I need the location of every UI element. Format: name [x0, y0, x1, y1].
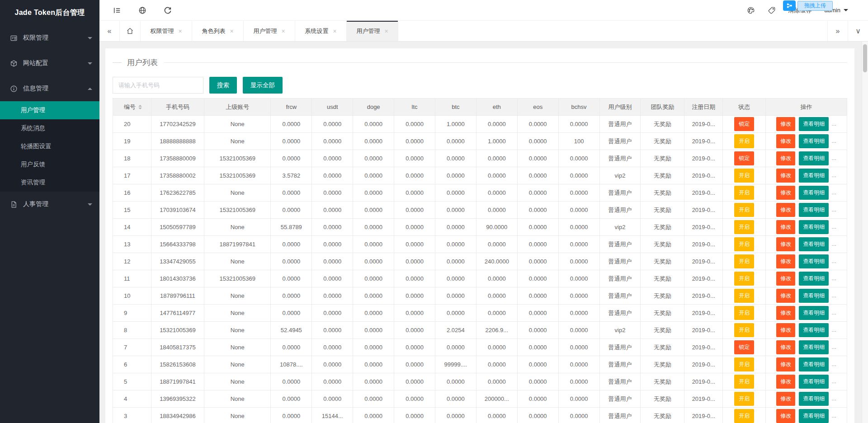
view-detail-button[interactable]: 查看明细	[799, 272, 829, 286]
cell-level: 普通用户	[599, 390, 641, 408]
status-badge[interactable]: 开启	[734, 237, 754, 251]
cell-team: 无奖励	[641, 253, 684, 270]
view-detail-button[interactable]: 查看明细	[799, 289, 829, 303]
tab-close-icon[interactable]: ×	[230, 28, 233, 34]
view-detail-button[interactable]: 查看明细	[799, 169, 829, 183]
edit-button[interactable]: 修改	[776, 357, 795, 371]
status-badge[interactable]: 开启	[734, 289, 754, 303]
status-badge[interactable]: 开启	[734, 169, 754, 183]
user-list-card: 用户列表 搜索 显示全部 编号手机号码上级账号frcwusdtdogeltcbt…	[105, 48, 854, 423]
view-detail-button[interactable]: 查看明细	[799, 134, 829, 148]
edit-button[interactable]: 修改	[776, 151, 795, 165]
edit-button[interactable]: 修改	[776, 306, 795, 320]
sidebar-item-3[interactable]: 信息管理	[0, 76, 99, 101]
cell-btc: 1.0000	[435, 116, 476, 133]
tag-icon[interactable]	[768, 6, 776, 14]
sidebar-item-1[interactable]: 权限管理	[0, 25, 99, 51]
status-badge[interactable]: 开启	[734, 272, 754, 286]
edit-button[interactable]: 修改	[776, 186, 795, 200]
sidebar-subitem-资讯管理[interactable]: 资讯管理	[0, 174, 99, 192]
sidebar-subitem-用户管理[interactable]: 用户管理	[0, 101, 99, 119]
col-header-编号[interactable]: 编号	[113, 99, 151, 116]
tab-4-系统设置[interactable]: 系统设置×	[295, 21, 347, 41]
refresh-icon[interactable]	[164, 6, 172, 14]
search-button[interactable]: 搜索	[209, 77, 237, 94]
tab-close-icon[interactable]: ×	[333, 28, 336, 34]
edit-button[interactable]: 修改	[776, 392, 795, 406]
drag-upload-button[interactable]: 拖拽上传	[797, 1, 833, 11]
cell-ltc: 0.0000	[394, 219, 435, 236]
edit-button[interactable]: 修改	[776, 323, 795, 337]
sidebar-subitem-用户反馈[interactable]: 用户反馈	[0, 155, 99, 174]
sidebar-subitem-轮播图设置[interactable]: 轮播图设置	[0, 137, 99, 155]
status-badge[interactable]: 开启	[734, 186, 754, 200]
tab-close-icon[interactable]: ×	[384, 28, 388, 34]
sidebar-item-4[interactable]: 人事管理	[0, 192, 99, 217]
edit-button[interactable]: 修改	[776, 272, 795, 286]
edit-button[interactable]: 修改	[776, 254, 795, 268]
scrollbar-thumb[interactable]	[863, 44, 867, 72]
sidebar-item-2[interactable]: 网站配置	[0, 51, 99, 76]
status-badge[interactable]: 开启	[734, 323, 754, 337]
edit-button[interactable]: 修改	[776, 409, 795, 423]
tabs-scroll-right-icon[interactable]: »	[827, 21, 848, 41]
col-header-eos: eos	[517, 99, 558, 116]
view-detail-button[interactable]: 查看明细	[799, 237, 829, 251]
edit-button[interactable]: 修改	[776, 375, 795, 389]
show-all-button[interactable]: 显示全部	[243, 77, 283, 94]
edit-button[interactable]: 修改	[776, 220, 795, 234]
palette-icon[interactable]	[747, 6, 755, 14]
tab-close-icon[interactable]: ×	[178, 28, 182, 34]
edit-button[interactable]: 修改	[776, 203, 795, 217]
tab-2-角色列表[interactable]: 角色列表×	[192, 21, 244, 41]
view-detail-button[interactable]: 查看明细	[799, 220, 829, 234]
edit-button[interactable]: 修改	[776, 340, 795, 354]
view-detail-button[interactable]: 查看明细	[799, 254, 829, 268]
view-detail-button[interactable]: 查看明细	[799, 392, 829, 406]
status-badge[interactable]: 锁定	[734, 117, 754, 131]
sort-icon[interactable]	[138, 105, 142, 109]
tab-3-用户管理[interactable]: 用户管理×	[244, 21, 295, 41]
tab-home[interactable]	[120, 21, 141, 41]
phone-search-input[interactable]	[113, 77, 203, 94]
window-scrollbar[interactable]	[862, 42, 868, 423]
view-detail-button[interactable]: 查看明细	[799, 203, 829, 217]
share-icon[interactable]	[783, 0, 796, 11]
tabs-menu-icon[interactable]: ∨	[848, 21, 868, 41]
status-badge[interactable]: 开启	[734, 357, 754, 371]
view-detail-button[interactable]: 查看明细	[799, 340, 829, 354]
edit-button[interactable]: 修改	[776, 289, 795, 303]
tab-1-权限管理[interactable]: 权限管理×	[141, 21, 192, 41]
status-badge[interactable]: 开启	[734, 375, 754, 389]
status-badge[interactable]: 开启	[734, 254, 754, 268]
edit-button[interactable]: 修改	[776, 169, 795, 183]
status-badge[interactable]: 开启	[734, 409, 754, 423]
view-detail-button[interactable]: 查看明细	[799, 409, 829, 423]
tab-5-用户管理[interactable]: 用户管理×	[347, 21, 398, 41]
view-detail-button[interactable]: 查看明细	[799, 375, 829, 389]
collapse-sidebar-icon[interactable]	[113, 6, 121, 14]
status-badge[interactable]: 开启	[734, 220, 754, 234]
status-badge[interactable]: 锁定	[734, 340, 754, 354]
cell-parent: None	[204, 373, 270, 390]
sidebar-subitem-系统消息[interactable]: 系统消息	[0, 119, 99, 137]
tabs-scroll-left-icon[interactable]: «	[99, 21, 120, 41]
view-detail-button[interactable]: 查看明细	[799, 186, 829, 200]
tab-label: 用户管理	[253, 27, 277, 35]
edit-button[interactable]: 修改	[776, 237, 795, 251]
edit-button[interactable]: 修改	[776, 134, 795, 148]
view-detail-button[interactable]: 查看明细	[799, 117, 829, 131]
edit-button[interactable]: 修改	[776, 117, 795, 131]
globe-icon[interactable]	[138, 6, 146, 14]
view-detail-button[interactable]: 查看明细	[799, 323, 829, 337]
status-badge[interactable]: 开启	[734, 392, 754, 406]
status-badge[interactable]: 开启	[734, 203, 754, 217]
status-badge[interactable]: 开启	[734, 306, 754, 320]
view-detail-button[interactable]: 查看明细	[799, 151, 829, 165]
status-badge[interactable]: 开启	[734, 134, 754, 148]
status-badge[interactable]: 锁定	[734, 151, 754, 165]
view-detail-button[interactable]: 查看明细	[799, 306, 829, 320]
cell-bchsv: 0.0000	[558, 167, 599, 184]
view-detail-button[interactable]: 查看明细	[799, 357, 829, 371]
tab-close-icon[interactable]: ×	[281, 28, 285, 34]
